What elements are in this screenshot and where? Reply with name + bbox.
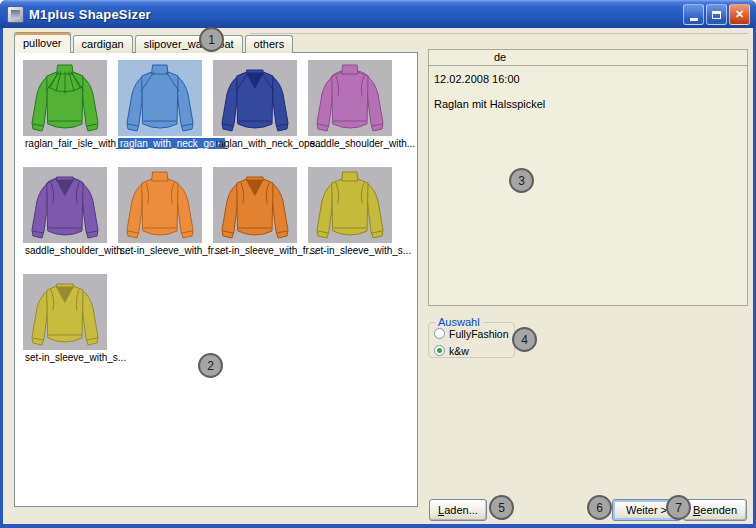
- auswahl-groupbox: Auswahl FullyFashion k&w: [428, 322, 515, 358]
- callout-4: 4: [512, 327, 537, 352]
- callout-3: 3: [509, 168, 534, 193]
- gallery-item-5[interactable]: set-in_sleeve_with_fr...: [118, 167, 202, 257]
- callout-1: 1: [199, 27, 224, 52]
- gallery-item-1[interactable]: raglan_with_neck_gore: [118, 60, 202, 150]
- close-icon: ✕: [735, 8, 744, 21]
- tab-strip-extension-line: [250, 33, 748, 34]
- info-language-header: de: [429, 50, 747, 66]
- gallery-item-8[interactable]: set-in_sleeve_with_s...: [23, 274, 107, 364]
- shapesizer-window: M1plus ShapeSizer ✕ pullovercardiganslip…: [0, 0, 756, 528]
- gallery-item-label: set-in_sleeve_with_fr...: [213, 245, 319, 256]
- callout-6: 6: [587, 495, 612, 520]
- tab-pullover[interactable]: pullover: [14, 32, 71, 53]
- shape-grid: raglan_fair_isle_with_... raglan_with_ne…: [15, 53, 417, 506]
- info-date: 12.02.2008 16:00: [434, 73, 747, 85]
- maximize-button[interactable]: [706, 4, 727, 25]
- gallery-item-label: raglan_with_neck_gore: [118, 138, 225, 149]
- info-panel: de 12.02.2008 16:00 Raglan mit Halsspick…: [428, 49, 748, 306]
- sweater-icon: [118, 167, 202, 243]
- gallery-item-label: set-in_sleeve_with_fr...: [118, 245, 224, 256]
- sweater-icon: [308, 167, 392, 243]
- gallery-item-label: set-in_sleeve_with_s...: [23, 352, 128, 363]
- tab-cardigan[interactable]: cardigan: [73, 35, 133, 53]
- callout-7: 7: [666, 495, 691, 520]
- radio-icon: [434, 328, 445, 339]
- annotation-callout-number: 2: [207, 359, 214, 373]
- gallery-item-label: saddle_shoulder_with...: [308, 138, 417, 149]
- shape-list-panel: raglan_fair_isle_with_... raglan_with_ne…: [14, 52, 418, 507]
- beenden-button[interactable]: Beenden: [683, 499, 747, 521]
- app-icon: [7, 6, 24, 23]
- callout-5: 5: [489, 495, 514, 520]
- laden-button[interactable]: Laden...: [429, 499, 487, 521]
- tab-strip: pullovercardiganslipover_waistcoatothers: [14, 32, 295, 53]
- gallery-item-0[interactable]: raglan_fair_isle_with_...: [23, 60, 107, 150]
- title-bar: M1plus ShapeSizer ✕: [0, 0, 756, 28]
- close-button[interactable]: ✕: [729, 4, 750, 25]
- radio-icon: [434, 345, 445, 356]
- info-description: Raglan mit Halsspickel: [434, 98, 747, 110]
- gallery-item-2[interactable]: raglan_with_neck_ope...: [213, 60, 297, 150]
- sweater-icon: [23, 167, 107, 243]
- gallery-item-label: saddle_shoulder_with...: [23, 245, 132, 256]
- tab-slipover_waistcoat[interactable]: slipover_waistcoat: [135, 35, 243, 53]
- gallery-item-3[interactable]: saddle_shoulder_with...: [308, 60, 392, 150]
- radio-option-label: FullyFashion: [449, 328, 509, 340]
- radio-option-label: k&w: [449, 345, 469, 357]
- radio-option-1[interactable]: k&w: [434, 344, 514, 357]
- gallery-item-label: set-in_sleeve_with_s...: [308, 245, 413, 256]
- maximize-icon: [712, 11, 721, 19]
- annotation-callout-number: 7: [675, 501, 682, 515]
- sweater-icon: [213, 167, 297, 243]
- gallery-item-6[interactable]: set-in_sleeve_with_fr...: [213, 167, 297, 257]
- sweater-icon: [118, 60, 202, 136]
- sweater-icon: [213, 60, 297, 136]
- annotation-callout-number: 1: [208, 33, 215, 47]
- gallery-item-4[interactable]: saddle_shoulder_with...: [23, 167, 107, 257]
- minimize-button[interactable]: [683, 4, 704, 25]
- sweater-icon: [308, 60, 392, 136]
- tab-others[interactable]: others: [245, 35, 294, 53]
- sweater-icon: [23, 274, 107, 350]
- annotation-callout-number: 4: [521, 333, 528, 347]
- minimize-icon: [690, 18, 698, 21]
- callout-2: 2: [198, 353, 223, 378]
- gallery-item-label: raglan_fair_isle_with_...: [23, 138, 132, 149]
- annotation-callout-number: 5: [498, 501, 505, 515]
- gallery-item-7[interactable]: set-in_sleeve_with_s...: [308, 167, 392, 257]
- window-title: M1plus ShapeSizer: [29, 7, 151, 22]
- auswahl-groupbox-label: Auswahl: [435, 316, 483, 329]
- sweater-icon: [23, 60, 107, 136]
- annotation-callout-number: 6: [596, 501, 603, 515]
- annotation-callout-number: 3: [518, 174, 525, 188]
